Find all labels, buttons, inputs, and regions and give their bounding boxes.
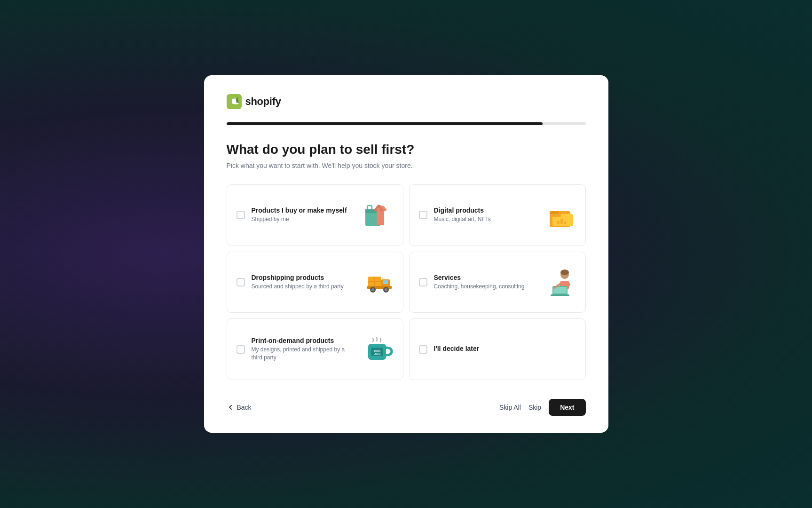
bag-shirt-icon xyxy=(363,201,394,229)
svg-rect-26 xyxy=(551,294,569,296)
progress-bar-container xyxy=(227,122,586,125)
folders-icon xyxy=(546,201,576,229)
option-decide-later[interactable]: I'll decide later xyxy=(409,318,586,380)
svg-point-20 xyxy=(385,288,387,291)
option-dropshipping[interactable]: Dropshipping products Sourced and shippe… xyxy=(227,252,403,313)
option-decide-later-title: I'll decide later xyxy=(434,345,576,352)
svg-point-22 xyxy=(560,270,569,275)
checkbox-decide-later[interactable] xyxy=(419,345,427,354)
checkbox-dropshipping[interactable] xyxy=(237,278,245,286)
logo-text: shopify xyxy=(245,95,281,108)
question-title: What do you plan to sell first? xyxy=(227,142,586,157)
next-button[interactable]: Next xyxy=(549,399,585,416)
svg-text:LOGO: LOGO xyxy=(373,352,380,355)
mug-icon: YOUR LOGO xyxy=(363,335,394,364)
person-laptop-icon xyxy=(546,268,576,296)
onboarding-modal: shopify What do you plan to sell first? … xyxy=(204,75,608,433)
svg-rect-8 xyxy=(557,221,560,224)
options-grid: Products I buy or make myself Shipped by… xyxy=(227,184,586,380)
option-pod-title: Print-on-demand products xyxy=(252,337,357,344)
option-digital[interactable]: Digital products Music, digital art, NFT… xyxy=(409,184,586,246)
delivery-truck-icon xyxy=(363,268,394,296)
back-chevron-icon xyxy=(227,404,234,411)
option-physical[interactable]: Products I buy or make myself Shipped by… xyxy=(227,184,403,246)
svg-rect-15 xyxy=(383,280,388,284)
option-physical-title: Products I buy or make myself xyxy=(252,206,357,214)
back-button[interactable]: Back xyxy=(227,404,252,411)
logo-area: shopify xyxy=(227,94,586,109)
option-print-on-demand[interactable]: Print-on-demand products My designs, pri… xyxy=(227,318,403,380)
svg-rect-10 xyxy=(564,222,566,224)
option-services[interactable]: Services Coaching, housekeeping, consult… xyxy=(409,252,586,313)
option-services-subtitle: Coaching, housekeeping, consulting xyxy=(434,283,539,291)
svg-rect-9 xyxy=(560,219,563,224)
option-dropshipping-subtitle: Sourced and shipped by a third party xyxy=(252,283,357,291)
progress-bar-fill xyxy=(227,122,543,125)
checkbox-services[interactable] xyxy=(419,278,427,286)
option-services-title: Services xyxy=(434,274,539,281)
option-physical-subtitle: Shipped by me xyxy=(252,215,357,223)
option-digital-title: Digital products xyxy=(434,206,539,214)
svg-point-18 xyxy=(371,288,374,291)
option-dropshipping-title: Dropshipping products xyxy=(252,274,357,281)
footer: Back Skip All Skip Next xyxy=(227,399,586,416)
skip-button[interactable]: Skip xyxy=(528,404,541,411)
option-digital-subtitle: Music, digital art, NFTs xyxy=(434,215,539,223)
checkbox-print-on-demand[interactable] xyxy=(237,345,245,354)
svg-rect-5 xyxy=(550,211,559,214)
checkbox-physical[interactable] xyxy=(237,211,245,219)
question-subtitle: Pick what you want to start with. We'll … xyxy=(227,162,586,169)
svg-rect-7 xyxy=(552,214,561,217)
skip-all-button[interactable]: Skip All xyxy=(499,404,521,411)
footer-right: Skip All Skip Next xyxy=(499,399,586,416)
option-pod-subtitle: My designs, printed and shipped by a thi… xyxy=(252,346,357,362)
checkbox-digital[interactable] xyxy=(419,211,427,219)
shopify-bag-icon xyxy=(227,94,242,109)
